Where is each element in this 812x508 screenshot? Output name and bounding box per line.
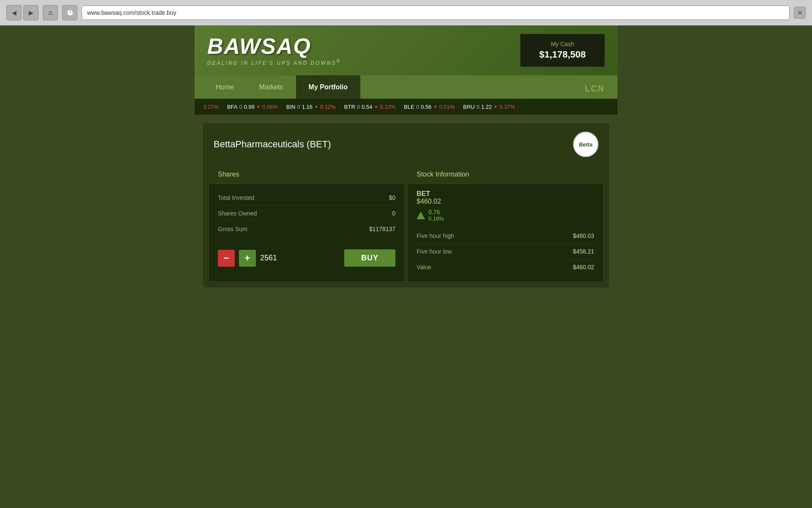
- gross-sum-value: $1178137: [369, 226, 395, 232]
- main-content: BettaPharmaceuticals (BET) Betta Shares …: [195, 115, 617, 296]
- nav-markets[interactable]: Markets: [247, 75, 296, 99]
- five-hour-low-row: Five hour low $458.21: [417, 244, 594, 260]
- logo-tagline: DEALING IN LIFE'S UPS AND DOWNS®: [207, 59, 341, 66]
- value-row: Value $460.02: [417, 260, 594, 275]
- cash-box: My Cash $1,178,508: [520, 34, 605, 67]
- nav-home[interactable]: Home: [203, 75, 247, 99]
- stock-info-body: BET $460.02 0.76 0.16%: [408, 184, 603, 281]
- stock-info-header: Stock Information: [408, 166, 603, 184]
- ticker-bin: BIN 0 1.16 ▼ 0.12%: [286, 104, 336, 110]
- shares-panel-body: Total Invested $0 Shares Owned 0 Gross S…: [209, 184, 404, 243]
- stock-price-block: BET $460.02 0.76 0.16%: [417, 190, 594, 222]
- buy-button[interactable]: BUY: [344, 249, 395, 267]
- change-pct: 0.16%: [428, 215, 444, 222]
- ticker-bru: BRU 0 1.22 ▼ 0.37%: [463, 104, 515, 110]
- stock-detail-rows: Five hour high $460.03 Five hour low $45…: [417, 228, 594, 275]
- ticker-item: 3.27%: [203, 104, 219, 110]
- ticker-ble: BLE 0 0.56 ▼ 0.01%: [404, 104, 455, 110]
- total-invested-label: Total Invested: [218, 194, 254, 201]
- close-button[interactable]: ✕: [794, 7, 806, 19]
- total-invested-value: $0: [389, 194, 395, 201]
- value-value: $460.02: [573, 264, 594, 271]
- stock-body: Shares Total Invested $0 Shares Owned 0 …: [203, 166, 609, 287]
- stock-card-header: BettaPharmaceuticals (BET) Betta: [203, 123, 609, 166]
- cash-amount: $1,178,508: [533, 49, 592, 60]
- gross-sum-label: Gross Sum: [218, 226, 247, 232]
- site-nav: Home Markets My Portfolio LCN: [195, 75, 617, 99]
- stock-info-panel: Stock Information BET $460.02 0.76 0.16%: [408, 166, 603, 281]
- history-button[interactable]: 🕐: [62, 5, 77, 20]
- stock-title: BettaPharmaceuticals (BET): [214, 139, 331, 150]
- five-hour-high-label: Five hour high: [417, 232, 454, 239]
- shares-panel: Shares Total Invested $0 Shares Owned 0 …: [209, 166, 404, 281]
- nav-lcn[interactable]: LCN: [581, 79, 609, 99]
- logo-area: BAWSAQ DEALING IN LIFE'S UPS AND DOWNS®: [207, 35, 341, 66]
- url-bar[interactable]: www.bawsaq.com/stock.trade.buy: [82, 6, 790, 20]
- cash-label: My Cash: [533, 41, 592, 47]
- stock-change-block: 0.76 0.16%: [417, 209, 594, 222]
- betta-logo: Betta: [573, 132, 598, 157]
- shares-owned-label: Shares Owned: [218, 210, 257, 217]
- ticker-tape: 3.27% BFA 0 0.99 ▼ 0.06% BIN 0 1.16 ▼ 0.…: [195, 99, 617, 115]
- shares-owned-row: Shares Owned 0: [218, 206, 395, 221]
- total-invested-row: Total Invested $0: [218, 190, 395, 206]
- browser-chrome: ◀ ▶ ⌂ 🕐 www.bawsaq.com/stock.trade.buy ✕: [0, 0, 812, 25]
- five-hour-low-value: $458.21: [573, 248, 594, 255]
- forward-button[interactable]: ▶: [23, 5, 38, 20]
- url-text: www.bawsaq.com/stock.trade.buy: [87, 9, 176, 16]
- nav-buttons: ◀ ▶: [6, 5, 38, 20]
- ticker-btr: BTR 0 0.54 ▼ 0.32%: [344, 104, 395, 110]
- stock-ticker-symbol: BET: [417, 190, 594, 198]
- change-amount: 0.76: [428, 209, 444, 215]
- five-hour-low-label: Five hour low: [417, 248, 452, 255]
- stock-card: BettaPharmaceuticals (BET) Betta Shares …: [203, 123, 609, 287]
- shares-owned-value: 0: [392, 210, 395, 217]
- change-values: 0.76 0.16%: [428, 209, 444, 222]
- shares-panel-header: Shares: [209, 166, 404, 184]
- minus-button[interactable]: −: [218, 250, 235, 267]
- share-count: 2561: [260, 254, 281, 262]
- gross-sum-row: Gross Sum $1178137: [218, 221, 395, 237]
- up-triangle-icon: [417, 212, 425, 219]
- stock-price-main: $460.02: [417, 198, 594, 205]
- back-button[interactable]: ◀: [6, 5, 22, 20]
- plus-button[interactable]: +: [239, 250, 256, 267]
- logo: BAWSAQ: [207, 35, 341, 57]
- five-hour-high-value: $460.03: [573, 232, 594, 239]
- nav-portfolio[interactable]: My Portfolio: [296, 75, 360, 99]
- five-hour-high-row: Five hour high $460.03: [417, 228, 594, 244]
- home-button[interactable]: ⌂: [43, 5, 58, 20]
- buy-controls: − + 2561 BUY: [209, 243, 404, 271]
- ticker-bfa: BFA 0 0.99 ▼ 0.06%: [227, 104, 278, 110]
- site-header: BAWSAQ DEALING IN LIFE'S UPS AND DOWNS® …: [195, 25, 617, 75]
- value-label: Value: [417, 264, 431, 271]
